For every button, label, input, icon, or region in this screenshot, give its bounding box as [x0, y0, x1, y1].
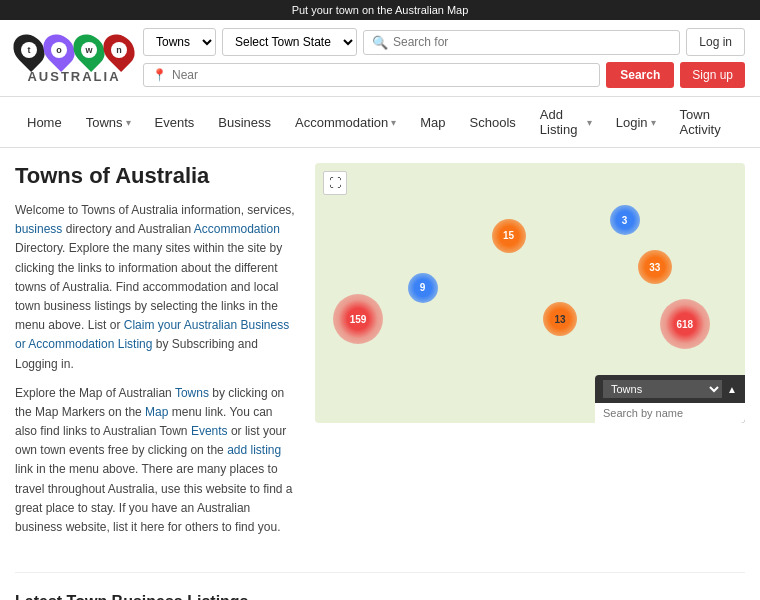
login-button[interactable]: Log in [686, 28, 745, 56]
towns-link[interactable]: Towns [175, 386, 209, 400]
accommodation-dropdown-arrow: ▾ [391, 117, 396, 128]
nav-events[interactable]: Events [143, 97, 207, 147]
logo-text: AUSTRALIA [15, 69, 133, 84]
accommodation-link[interactable]: Accommodation [194, 222, 280, 236]
add-listing-link[interactable]: add listing [227, 443, 281, 457]
signup-button[interactable]: Sign up [680, 62, 745, 88]
map-marker-5[interactable]: 159 [333, 294, 383, 344]
map-link[interactable]: Map [145, 405, 168, 419]
nav-login[interactable]: Login ▾ [604, 97, 668, 147]
logo[interactable]: t o w n AUSTRALIA [15, 33, 133, 84]
map-marker-1[interactable]: 3 [610, 205, 640, 235]
nav-schools[interactable]: Schools [458, 97, 528, 147]
state-dropdown[interactable]: Select Town State [222, 28, 357, 56]
addlisting-dropdown-arrow: ▾ [587, 117, 592, 128]
search-area: Towns Select Town State 🔍 Log in 📍 Searc… [143, 28, 745, 88]
town-dropdown[interactable]: Towns [143, 28, 216, 56]
nav-towns[interactable]: Towns ▾ [74, 97, 143, 147]
map-area[interactable]: ⛶ 3 15 9 33 159 13 618 Towns [315, 163, 745, 423]
intro-paragraph-1: Welcome to Towns of Australia informatio… [15, 201, 295, 374]
nav: Home Towns ▾ Events Business Accommodati… [0, 97, 760, 148]
left-content: Towns of Australia Welcome to Towns of A… [15, 163, 295, 547]
search-row2: 📍 Search Sign up [143, 62, 745, 88]
search-button[interactable]: Search [606, 62, 674, 88]
map-marker-4[interactable]: 33 [638, 250, 672, 284]
search-input[interactable] [393, 35, 671, 49]
nav-business[interactable]: Business [206, 97, 283, 147]
top-banner: Put your town on the Australian Map [0, 0, 760, 20]
map-overlay: Towns ▲ [595, 375, 745, 423]
search-icon: 🔍 [372, 35, 388, 50]
banner-text: Put your town on the Australian Map [292, 4, 469, 16]
listings-title: Latest Town Business Listings [15, 593, 745, 600]
intro-paragraph-2: Explore the Map of Australian Towns by c… [15, 384, 295, 538]
nav-home[interactable]: Home [15, 97, 74, 147]
header: t o w n AUSTRALIA Towns Select Town Stat… [0, 20, 760, 97]
page-title: Towns of Australia [15, 163, 295, 189]
listings-section: Latest Town Business Listings eTravel Ti… [0, 583, 760, 600]
map-marker-2[interactable]: 15 [492, 219, 526, 253]
nav-town-activity[interactable]: Town Activity [668, 97, 745, 147]
near-input[interactable] [172, 68, 591, 82]
near-input-wrap: 📍 [143, 63, 600, 87]
events-link[interactable]: Events [191, 424, 228, 438]
nav-map[interactable]: Map [408, 97, 457, 147]
nav-add-listing[interactable]: Add Listing ▾ [528, 97, 604, 147]
content-divider [15, 572, 745, 573]
map-layer-dropdown[interactable]: Towns [603, 380, 722, 398]
search-input-wrap: 🔍 [363, 30, 680, 55]
location-icon: 📍 [152, 68, 167, 82]
map-search-input[interactable] [595, 403, 745, 423]
login-dropdown-arrow: ▾ [651, 117, 656, 128]
pin-n: n [97, 28, 141, 72]
intro-text: Welcome to Towns of Australia informatio… [15, 201, 295, 537]
map-marker-7[interactable]: 618 [660, 299, 710, 349]
towns-dropdown-arrow: ▾ [126, 117, 131, 128]
business-link[interactable]: business [15, 222, 62, 236]
map-collapse-icon[interactable]: ▲ [727, 384, 737, 395]
nav-accommodation[interactable]: Accommodation ▾ [283, 97, 408, 147]
search-row1: Towns Select Town State 🔍 Log in [143, 28, 745, 56]
map-overlay-header: Towns ▲ [595, 375, 745, 403]
auth-buttons: Log in [686, 28, 745, 56]
main-content: Towns of Australia Welcome to Towns of A… [0, 148, 760, 562]
map-fullscreen-button[interactable]: ⛶ [323, 171, 347, 195]
logo-pins: t o w n [15, 33, 133, 67]
map-marker-6[interactable]: 13 [543, 302, 577, 336]
map-marker-3[interactable]: 9 [408, 273, 438, 303]
